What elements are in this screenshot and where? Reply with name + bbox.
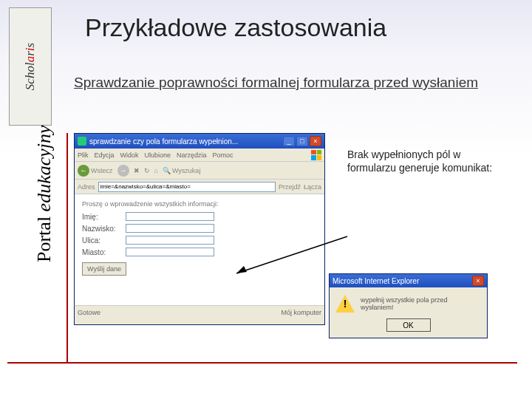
menu-item[interactable]: Pomoc [213,151,233,159]
forward-button[interactable]: → [117,165,129,177]
alert-ok-button[interactable]: OK [386,318,431,332]
home-icon[interactable]: ⌂ [154,167,158,174]
browser-statusbar: Gotowe Mój komputer [75,305,324,318]
description-text: Brak wypełnionych pól w formularzu gener… [347,148,495,174]
form-prompt: Proszę o wprowadzenie wszystkich informa… [82,200,317,208]
menu-item[interactable]: Edycja [95,151,115,159]
windows-logo-icon [311,150,321,160]
browser-content: Proszę o wprowadzenie wszystkich informa… [75,194,324,305]
address-bar: Adres Przejdź Łącza [75,180,324,194]
menu-item[interactable]: Narzędzia [177,151,207,159]
label-nazwisko: Nazwisko: [82,225,123,233]
address-input[interactable] [98,182,276,192]
maximize-button[interactable]: □ [296,136,308,146]
scholaris-logo: Scholaris [9,7,52,126]
links-label[interactable]: Łącza [304,183,321,191]
back-button[interactable]: ←Wstecz [78,165,113,177]
refresh-icon[interactable]: ↻ [144,167,150,174]
divider-horizontal [7,362,517,364]
label-ulica: Ulica: [82,236,123,245]
alert-dialog: Microsoft Internet Explorer × wypełnij w… [329,273,488,338]
input-imie[interactable] [126,212,214,221]
slide-title: Przykładowe zastosowania [85,13,386,42]
search-button[interactable]: 🔍Wyszukaj [163,167,200,174]
slide-subtitle: Sprawdzanie poprawności formalnej formul… [74,74,488,92]
browser-window: sprawdzanie czy pola formularza wypełnio… [74,133,325,325]
status-zone: Mój komputer [281,309,321,316]
minimize-button[interactable]: _ [283,136,295,146]
sidebar-label: Portal edukacyjny [33,125,55,262]
ie-icon [78,137,86,146]
stop-icon[interactable]: ✖ [134,167,140,174]
status-ready: Gotowe [78,309,100,316]
alert-title-text: Microsoft Internet Explorer [332,277,472,285]
menu-item[interactable]: Plik [78,151,89,159]
alert-close-button[interactable]: × [472,276,484,286]
browser-menubar: Plik Edycja Widok Ulubione Narzędzia Pom… [75,149,324,162]
input-miasto[interactable] [126,248,214,256]
label-imie: Imię: [82,213,123,221]
divider-vertical [66,133,68,362]
alert-message: wypełnij wszystkie pola przed wysłaniem! [361,296,481,311]
menu-item[interactable]: Widok [120,151,139,159]
close-button[interactable]: × [310,136,321,146]
logo-text: Scholaris [23,43,38,90]
submit-button[interactable]: Wyślij dane [82,262,126,276]
address-label: Adres [78,183,95,191]
warning-icon [335,295,355,313]
input-nazwisko[interactable] [126,224,214,233]
alert-titlebar: Microsoft Internet Explorer × [330,274,487,287]
browser-toolbar: ←Wstecz → ✖ ↻ ⌂ 🔍Wyszukaj [75,162,324,180]
menu-item[interactable]: Ulubione [145,151,171,159]
browser-title-text: sprawdzanie czy pola formularza wypełnio… [89,137,283,146]
label-miasto: Miasto: [82,248,123,256]
input-ulica[interactable] [126,236,214,245]
browser-titlebar: sprawdzanie czy pola formularza wypełnio… [75,134,324,149]
go-button[interactable]: Przejdź [279,183,301,191]
